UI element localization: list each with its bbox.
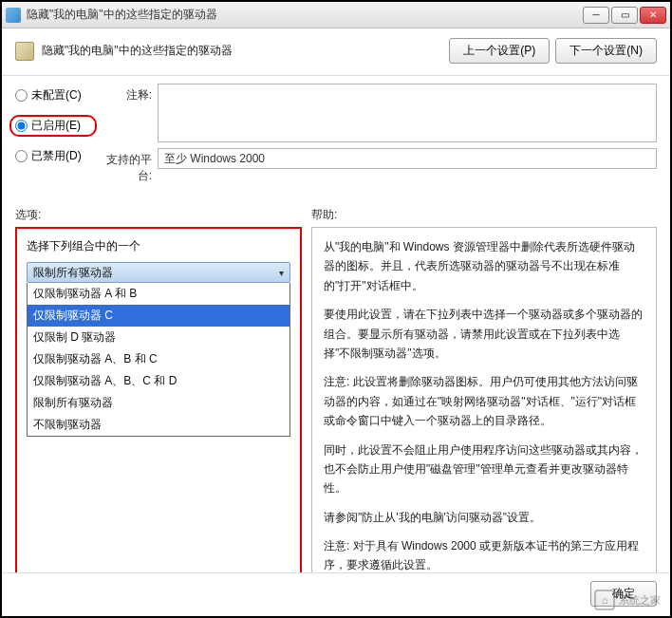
policy-title: 隐藏"我的电脑"中的这些指定的驱动器 [42, 43, 443, 59]
comment-label: 注释: [97, 84, 158, 103]
lower-area: 选择下列组合中的一个 限制所有驱动器 仅限制驱动器 A 和 B 仅限制驱动器 C… [2, 227, 670, 578]
comment-row: 注释: [97, 84, 657, 142]
help-label: 帮助: [311, 207, 337, 223]
radio-not-configured-input[interactable] [15, 89, 28, 102]
radio-disabled-input[interactable] [15, 150, 28, 162]
state-radios: 未配置(C) 已启用(E) 已禁用(D) [15, 84, 97, 190]
options-prompt: 选择下列组合中的一个 [27, 238, 290, 254]
minimize-button[interactable]: ─ [583, 7, 609, 24]
help-paragraph: 注意: 此设置将删除驱动器图标。用户仍可使用其他方法访问驱动器的内容，如通过在"… [324, 372, 644, 430]
radio-enabled[interactable]: 已启用(E) [9, 115, 97, 137]
options-panel: 选择下列组合中的一个 限制所有驱动器 仅限制驱动器 A 和 B 仅限制驱动器 C… [15, 227, 302, 578]
radio-disabled[interactable]: 已禁用(D) [15, 148, 97, 164]
app-icon [6, 8, 21, 23]
window-title: 隐藏"我的电脑"中的这些指定的驱动器 [27, 7, 583, 23]
radio-enabled-label: 已启用(E) [31, 118, 81, 134]
header: 隐藏"我的电脑"中的这些指定的驱动器 上一个设置(P) 下一个设置(N) [2, 28, 670, 76]
dialog-footer: 确定 ⌂ 系统之家 [2, 572, 670, 614]
options-label: 选项: [15, 207, 311, 223]
dropdown-item[interactable]: 仅限制驱动器 C [28, 305, 289, 327]
dropdown-item[interactable]: 限制所有驱动器 [28, 392, 289, 414]
dropdown-item[interactable]: 仅限制驱动器 A 和 B [28, 283, 289, 305]
help-paragraph: 同时，此设置不会阻止用户使用程序访问这些驱动器或其内容，也不会防止用户使用"磁盘… [324, 440, 644, 498]
next-setting-button[interactable]: 下一个设置(N) [555, 38, 657, 64]
help-paragraph: 请参阅"防止从'我的电脑'访问驱动器"设置。 [324, 508, 644, 527]
radio-not-configured[interactable]: 未配置(C) [15, 87, 97, 103]
radio-not-configured-label: 未配置(C) [31, 87, 82, 103]
policy-icon [15, 42, 34, 61]
radio-enabled-input[interactable] [15, 120, 28, 132]
help-paragraph: 从"我的电脑"和 Windows 资源管理器中删除代表所选硬件驱动器的图标。并且… [324, 237, 644, 295]
help-paragraph: 注意: 对于具有 Windows 2000 或更新版本证书的第三方应用程序，要求… [324, 536, 644, 575]
window-controls: ─ ▭ ✕ [583, 7, 666, 24]
maximize-button[interactable]: ▭ [611, 7, 638, 24]
close-button[interactable]: ✕ [640, 7, 666, 24]
home-icon: ⌂ [594, 590, 615, 610]
help-panel[interactable]: 从"我的电脑"和 Windows 资源管理器中删除代表所选硬件驱动器的图标。并且… [311, 227, 657, 578]
platform-value: 至少 Windows 2000 [158, 148, 657, 169]
watermark: ⌂ 系统之家 [594, 590, 661, 610]
drive-combo-value: 限制所有驱动器 [33, 265, 113, 281]
drive-dropdown-list: 仅限制驱动器 A 和 B 仅限制驱动器 C 仅限制 D 驱动器 仅限制驱动器 A… [27, 283, 290, 437]
watermark-text: 系统之家 [619, 593, 661, 608]
platform-label: 支持的平台: [97, 148, 158, 184]
titlebar: 隐藏"我的电脑"中的这些指定的驱动器 ─ ▭ ✕ [2, 2, 670, 28]
platform-row: 支持的平台: 至少 Windows 2000 [97, 148, 657, 184]
dropdown-item[interactable]: 不限制驱动器 [28, 414, 289, 436]
prev-setting-button[interactable]: 上一个设置(P) [449, 38, 550, 64]
section-labels: 选项: 帮助: [2, 190, 670, 227]
drive-combo[interactable]: 限制所有驱动器 [27, 262, 290, 283]
fields: 注释: 支持的平台: 至少 Windows 2000 [97, 84, 657, 190]
radio-disabled-label: 已禁用(D) [31, 148, 82, 164]
dropdown-item[interactable]: 仅限制驱动器 A、B、C 和 D [28, 370, 289, 392]
dropdown-item[interactable]: 仅限制驱动器 A、B 和 C [28, 348, 289, 370]
comment-textarea[interactable] [158, 84, 657, 142]
help-paragraph: 要使用此设置，请在下拉列表中选择一个驱动器或多个驱动器的组合。要显示所有驱动器，… [324, 305, 644, 363]
config-area: 未配置(C) 已启用(E) 已禁用(D) 注释: 支持的平台: 至少 Windo… [2, 76, 670, 190]
dropdown-item[interactable]: 仅限制 D 驱动器 [28, 327, 289, 348]
